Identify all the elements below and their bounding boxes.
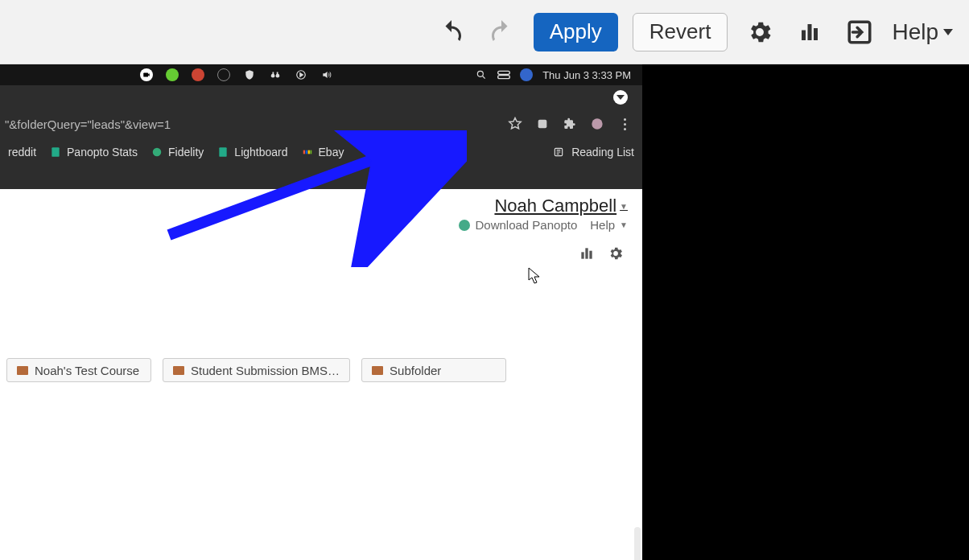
svg-rect-0 [802,30,806,40]
control-center-icon [497,68,510,81]
svg-rect-20 [307,150,309,154]
svg-point-10 [477,71,483,76]
svg-rect-25 [589,251,592,259]
fidelity-icon [151,146,163,159]
reading-list-icon [552,146,565,159]
sheets-icon [216,146,229,159]
svg-point-14 [592,118,602,129]
svg-rect-11 [498,71,510,74]
revert-button[interactable]: Revert [633,13,728,51]
address-bar-fragment[interactable]: "&folderQuery="leads"&view=1 [5,117,171,131]
folder-row: Noah's Test Course Student Submission BM… [0,270,642,390]
bookmarks-bar: reddit Panopto Stats Fidelity Lightboard… [0,138,642,166]
undo-icon[interactable] [434,14,469,50]
download-icon [459,220,470,231]
content-wrap: Thu Jun 3 3:33 PM "&folderQuery="leads"&… [0,64,969,560]
bookmark-fidelity[interactable]: Fidelity [151,146,204,159]
folder-chip[interactable]: Subfolder [361,358,506,382]
ebay-icon [301,146,314,159]
folder-label: Noah's Test Course [35,364,139,377]
folder-icon [17,366,28,375]
browser-chrome: "&folderQuery="leads"&view=1 reddit Pano… [0,85,642,190]
screenshot-panel: Thu Jun 3 3:33 PM "&folderQuery="leads"&… [0,64,642,560]
user-avatar-icon [520,68,533,81]
mac-menubar: Thu Jun 3 3:33 PM [0,64,642,85]
volume-icon [320,68,333,81]
svg-rect-18 [303,150,304,154]
sheets-icon [49,146,62,159]
extension-1-icon[interactable] [534,116,550,132]
svg-point-5 [271,74,275,78]
svg-rect-4 [143,73,148,77]
svg-point-16 [153,148,162,157]
stats-icon[interactable] [578,245,596,262]
download-panopto-link[interactable]: Download Panopto [459,218,577,232]
star-icon[interactable] [507,116,523,132]
folder-icon [372,366,383,375]
editor-toolbar: Apply Revert Help [0,0,969,64]
address-bar-row: "&folderQuery="leads"&view=1 [0,109,642,138]
shield-icon [243,68,256,81]
stats-icon[interactable] [792,14,827,50]
folder-chip[interactable]: Student Submission BMS… [163,358,350,382]
svg-rect-7 [273,72,274,75]
camera-icon [140,68,153,81]
folder-label: Subfolder [390,364,441,377]
gear-icon[interactable] [742,14,777,50]
chevron-down-icon [943,29,953,35]
svg-rect-15 [52,147,59,157]
bookmark-reddit[interactable]: reddit [8,146,36,159]
bookmark-panopto-stats[interactable]: Panopto Stats [49,146,138,159]
panopto-help-menu[interactable]: Help▼ [590,218,628,232]
search-icon [475,68,488,81]
gear-icon[interactable] [607,245,625,262]
svg-rect-17 [220,147,227,157]
svg-point-6 [276,74,280,78]
more-menu-icon[interactable] [616,116,633,132]
svg-rect-12 [498,76,510,79]
binoculars-icon [269,68,282,81]
folder-icon [173,366,184,375]
svg-rect-13 [538,120,547,129]
cursor-pointer-icon [528,267,542,285]
svg-rect-21 [310,150,311,154]
play-circle-icon [295,68,307,81]
menubar-datetime: Thu Jun 3 3:33 PM [542,69,631,81]
page-tools [0,237,642,270]
folder-label: Student Submission BMS… [191,364,340,377]
exit-icon[interactable] [842,14,877,50]
scrollbar[interactable] [634,527,641,560]
status-ring-icon [217,68,230,81]
bookmark-lightboard[interactable]: Lightboard [216,146,287,159]
svg-rect-2 [814,28,818,40]
profile-icon[interactable] [589,116,605,132]
username-menu[interactable]: Noah Campbell▼ [494,196,628,216]
menubar-right: Thu Jun 3 3:33 PM [475,68,631,81]
folder-chip[interactable]: Noah's Test Course [6,358,151,382]
status-green-icon [166,68,179,81]
svg-rect-24 [585,248,588,258]
tab-dropdown-icon[interactable] [613,90,628,105]
page-header: Noah Campbell▼ Download Panopto Help▼ [0,189,642,237]
preview-panel [642,64,969,560]
status-red-icon [192,68,204,81]
svg-rect-8 [277,72,278,75]
svg-rect-1 [808,24,812,40]
reading-list[interactable]: Reading List [552,146,634,159]
help-menu[interactable]: Help [892,19,953,45]
bookmark-ebay[interactable]: Ebay [301,146,344,159]
apply-button[interactable]: Apply [534,13,618,51]
svg-rect-19 [305,150,307,154]
redo-icon [484,14,519,50]
menubar-left-icons [11,68,333,81]
panopto-page: Noah Campbell▼ Download Panopto Help▼ [0,189,642,560]
svg-rect-23 [581,252,583,258]
help-label: Help [892,19,938,45]
browser-tabstrip [0,85,642,109]
puzzle-icon[interactable] [562,116,578,132]
